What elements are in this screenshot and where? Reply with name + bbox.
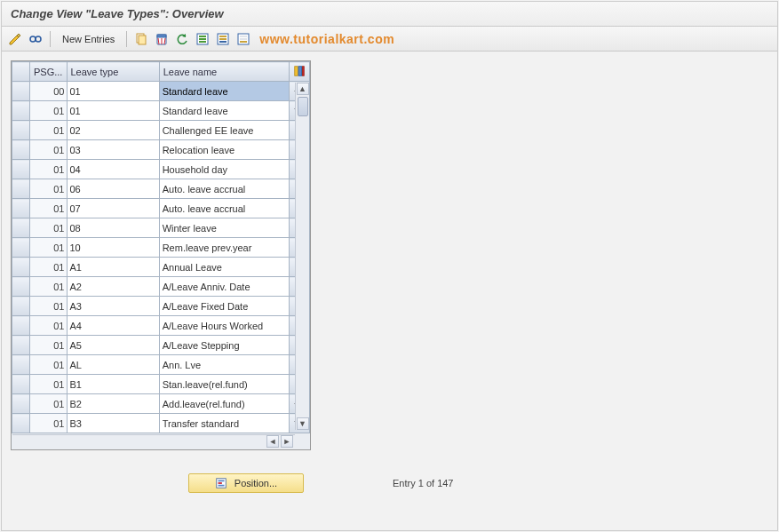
cell-leave-type[interactable]: 06 [67,179,159,199]
cell-leave-name[interactable]: Auto. leave accrual [159,179,289,199]
cell-leave-type[interactable]: A1 [67,258,159,277]
copy-as-icon[interactable] [133,31,149,47]
table-row[interactable]: 01ALAnn. Lve [12,355,310,375]
row-selector[interactable] [12,179,30,199]
undo-change-icon[interactable] [174,31,190,47]
cell-leave-name[interactable]: Challenged EE leave [159,121,289,140]
table-row[interactable]: 01A5A/Leave Stepping [12,336,310,355]
cell-leave-name[interactable]: Transfer standard [159,414,289,433]
table-row[interactable]: 01B1Stan.leave(rel.fund) [12,375,310,394]
deselect-all-icon[interactable] [235,31,251,47]
scroll-up-icon[interactable]: ▲ [297,83,309,95]
cell-psg[interactable]: 01 [30,258,67,277]
table-row[interactable]: 0108Winter leave [12,218,310,238]
cell-leave-type[interactable]: B3 [67,414,159,433]
table-row[interactable]: 0001Standard leave [12,82,310,101]
row-selector[interactable] [12,394,30,414]
table-row[interactable]: 0107Auto. leave accrual [12,199,310,218]
other-view-icon[interactable] [28,31,44,47]
cell-psg[interactable]: 01 [30,199,67,218]
cell-psg[interactable]: 01 [30,140,67,160]
table-row[interactable]: 0103Relocation leave [12,140,310,160]
cell-psg[interactable]: 01 [30,160,67,179]
row-selector[interactable] [12,414,30,433]
cell-leave-type[interactable]: 01 [67,82,159,101]
cell-psg[interactable]: 01 [30,101,67,121]
cell-psg[interactable]: 01 [30,414,67,433]
table-row[interactable]: 0101Standard leave [12,101,310,121]
column-psg[interactable]: PSG... [30,62,67,82]
horizontal-scrollbar[interactable]: ◄ ► [12,434,295,449]
leave-types-table[interactable]: PSG... Leave type Leave name 0001Standar… [12,61,310,449]
table-row[interactable]: 01A1Annual Leave [12,258,310,277]
row-selector[interactable] [12,160,30,179]
table-row[interactable]: 01A4A/Leave Hours Worked [12,316,310,336]
cell-leave-name[interactable]: A/Leave Fixed Date [159,297,289,316]
row-selector[interactable] [12,218,30,238]
row-selector[interactable] [12,140,30,160]
column-leave-name[interactable]: Leave name [159,62,289,82]
column-leave-type[interactable]: Leave type [67,62,159,82]
cell-leave-name[interactable]: Add.leave(rel.fund) [159,394,289,414]
cell-leave-name[interactable]: Rem.leave prev.year [159,238,289,258]
select-all-icon[interactable] [195,31,211,47]
cell-leave-type[interactable]: 03 [67,140,159,160]
cell-leave-type[interactable]: B2 [67,394,159,414]
table-row[interactable]: 01B3Transfer standard [12,414,310,433]
cell-leave-name[interactable]: Winter leave [159,218,289,238]
cell-leave-type[interactable]: 02 [67,121,159,140]
table-row[interactable]: 0110Rem.leave prev.year [12,238,310,258]
cell-leave-type[interactable]: AL [67,355,159,375]
cell-leave-type[interactable]: A3 [67,297,159,316]
row-selector[interactable] [12,258,30,277]
cell-psg[interactable]: 01 [30,297,67,316]
scroll-right-icon[interactable]: ► [281,435,293,448]
row-selector[interactable] [12,375,30,394]
cell-leave-type[interactable]: B1 [67,375,159,394]
row-selector[interactable] [12,277,30,297]
position-button[interactable]: Position... [188,473,304,493]
cell-leave-name[interactable]: Standard leave [159,82,289,101]
cell-leave-type[interactable]: 04 [67,160,159,179]
cell-psg[interactable]: 01 [30,316,67,336]
cell-psg[interactable]: 01 [30,238,67,258]
display-change-icon[interactable] [7,31,23,47]
cell-psg[interactable]: 01 [30,394,67,414]
row-selector[interactable] [12,355,30,375]
scroll-down-icon[interactable]: ▼ [297,417,309,430]
cell-leave-name[interactable]: Annual Leave [159,258,289,277]
row-selector[interactable] [12,336,30,355]
table-row[interactable]: 01A3A/Leave Fixed Date [12,297,310,316]
cell-psg[interactable]: 00 [30,82,67,101]
row-selector[interactable] [12,238,30,258]
table-row[interactable]: 01A2A/Leave Anniv. Date [12,277,310,297]
cell-leave-name[interactable]: Stan.leave(rel.fund) [159,375,289,394]
cell-leave-type[interactable]: 10 [67,238,159,258]
cell-leave-name[interactable]: Household day [159,160,289,179]
cell-psg[interactable]: 01 [30,179,67,199]
cell-leave-name[interactable]: Relocation leave [159,140,289,160]
cell-psg[interactable]: 01 [30,121,67,140]
row-selector[interactable] [12,82,30,101]
cell-leave-type[interactable]: 07 [67,199,159,218]
row-selector[interactable] [12,199,30,218]
cell-leave-name[interactable]: Standard leave [159,101,289,121]
cell-psg[interactable]: 01 [30,375,67,394]
row-selector[interactable] [12,316,30,336]
table-row[interactable]: 0104Household day [12,160,310,179]
cell-leave-type[interactable]: 01 [67,101,159,121]
cell-leave-name[interactable]: A/Leave Stepping [159,336,289,355]
cell-leave-name[interactable]: Ann. Lve [159,355,289,375]
select-block-icon[interactable] [215,31,231,47]
scroll-thumb[interactable] [298,97,308,116]
new-entries-button[interactable]: New Entries [57,32,120,46]
cell-psg[interactable]: 01 [30,355,67,375]
cell-psg[interactable]: 01 [30,218,67,238]
row-selector[interactable] [12,121,30,140]
scroll-left-icon[interactable]: ◄ [266,435,279,448]
cell-leave-type[interactable]: A4 [67,316,159,336]
vertical-scrollbar[interactable]: ▲ ▼ [295,83,309,430]
table-row[interactable]: 0102Challenged EE leave [12,121,310,140]
row-selector[interactable] [12,101,30,121]
cell-psg[interactable]: 01 [30,277,67,297]
